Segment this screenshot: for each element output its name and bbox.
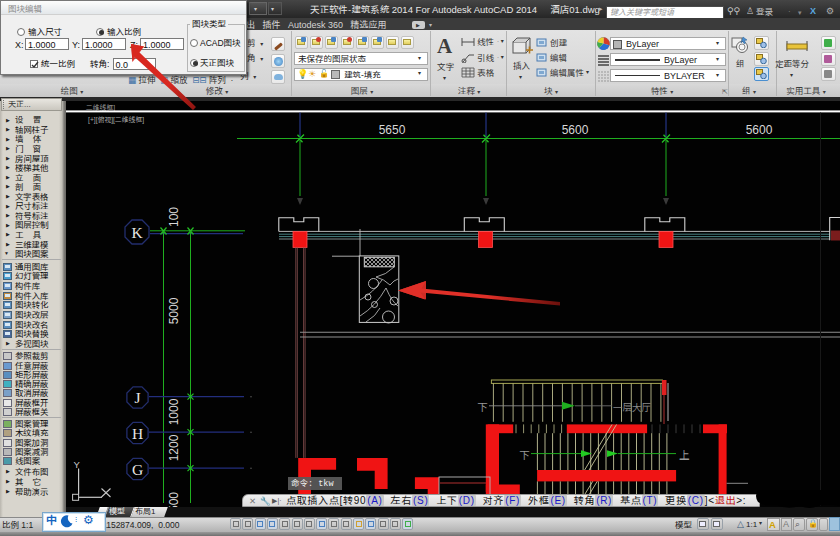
svg-text:1000: 1000	[167, 398, 181, 425]
svg-text:1200: 1200	[167, 434, 181, 461]
svg-text:Y: Y	[74, 459, 81, 470]
svg-text:一层大厅: 一层大厅	[613, 402, 652, 413]
svg-text:5650: 5650	[379, 123, 406, 137]
svg-text:G: G	[132, 461, 143, 478]
svg-text:[+][俯视][二维线框]: [+][俯视][二维线框]	[88, 116, 144, 124]
svg-text:上: 上	[679, 449, 690, 461]
svg-text:5600: 5600	[562, 123, 589, 137]
svg-text:H: H	[132, 425, 143, 442]
svg-text:二维线框]: 二维线框]	[86, 104, 115, 112]
svg-text:J: J	[134, 389, 140, 406]
svg-text:下: 下	[519, 449, 530, 461]
svg-text:100: 100	[167, 207, 181, 227]
svg-text:5000: 5000	[167, 297, 181, 324]
svg-text:下: 下	[477, 401, 488, 413]
svg-text:5600: 5600	[746, 123, 773, 137]
svg-text:K: K	[131, 224, 143, 241]
